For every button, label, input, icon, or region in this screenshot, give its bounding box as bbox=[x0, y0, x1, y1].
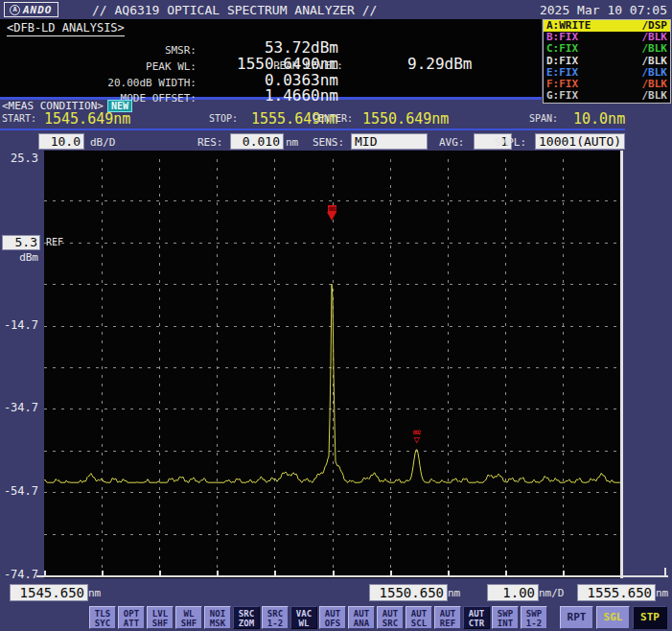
x-axis-tick bbox=[620, 571, 622, 575]
start-label: START: bbox=[2, 113, 36, 124]
trace-status: /BLK bbox=[642, 43, 668, 55]
x-axis-end-tick bbox=[664, 568, 666, 575]
y-axis-label: -14.7 bbox=[0, 318, 38, 332]
softkey-aut-src[interactable]: AUT SRC bbox=[377, 606, 404, 629]
x-axis-tick bbox=[563, 571, 565, 575]
res-label: RES: bbox=[197, 136, 223, 149]
softkey-toolbar: TLS SYCOPT ATTLVL SHFWL SHFNOI MSKSRC ZO… bbox=[89, 606, 547, 629]
analysis-panel: <DFB-LD ANALYSIS> SMSR: 53.72dBm PEAK WL… bbox=[0, 19, 542, 100]
x-start-unit: nm bbox=[88, 587, 101, 599]
x-axis-tick bbox=[44, 571, 46, 575]
ref-level-unit: dBm bbox=[0, 251, 38, 264]
softkey-wl-shf[interactable]: WL SHF bbox=[175, 606, 202, 629]
top-bar: A ANDO // AQ6319 OPTICAL SPECTRUM ANALYZ… bbox=[0, 0, 672, 19]
trace-name: D:FIX bbox=[546, 56, 578, 67]
peak-level-label: PEAK LEVEL: bbox=[273, 59, 343, 72]
softkey-aut-scl[interactable]: AUT SCL bbox=[406, 606, 432, 629]
softkey-aut-ana[interactable]: AUT ANA bbox=[348, 606, 375, 629]
peak-marker-002: 002▽ bbox=[413, 429, 421, 444]
start-value[interactable]: 1545.649nm bbox=[44, 110, 130, 128]
res-unit: nm bbox=[286, 136, 298, 149]
softkey-swp-int[interactable]: SWP INT bbox=[492, 606, 519, 629]
marker-triangle-icon bbox=[327, 212, 336, 221]
sens-field[interactable]: MID bbox=[351, 133, 428, 150]
x-axis-tick bbox=[159, 571, 161, 575]
x-axis-tick bbox=[333, 571, 335, 575]
peak-level-value: 9.29dBm bbox=[407, 55, 472, 73]
x-axis-tick bbox=[390, 571, 392, 575]
softkey-vac-wl[interactable]: VAC WL bbox=[290, 606, 317, 629]
x-axis-tick bbox=[448, 571, 450, 575]
softkey-aut-ref[interactable]: AUT REF bbox=[434, 606, 461, 629]
x-start-field[interactable]: 1545.650 bbox=[10, 584, 88, 601]
x-stop-field[interactable]: 1555.650 bbox=[577, 584, 656, 601]
ando-logo: A ANDO bbox=[4, 2, 58, 17]
meas-condition-bar: <MEAS CONDITION> NEW START: 1545.649nm S… bbox=[0, 100, 625, 130]
avg-label: AVG: bbox=[439, 136, 465, 149]
stop-sweep-button[interactable]: STP bbox=[633, 606, 667, 629]
x-axis-tick bbox=[274, 571, 276, 575]
level-scale-field[interactable]: 10.0 bbox=[38, 133, 84, 150]
softkey-swp-1-2[interactable]: SWP 1-2 bbox=[521, 606, 547, 629]
softkey-src-zom[interactable]: SRC ZOM bbox=[233, 606, 260, 629]
analysis-title: <DFB-LD ANALYSIS> bbox=[7, 21, 125, 36]
settings-row: 10.0 dB/D RES: 0.010 nm SENS: MID AVG: 1… bbox=[0, 132, 672, 152]
level-scale-unit: dB/D bbox=[90, 136, 116, 149]
smpl-label: SMPL: bbox=[495, 136, 526, 149]
trace-status: /BLK bbox=[642, 90, 668, 102]
softkey-tls-syc[interactable]: TLS SYC bbox=[89, 606, 116, 629]
x-center-field[interactable]: 1550.650 bbox=[369, 584, 448, 601]
x-stop-unit: nm bbox=[656, 587, 668, 599]
peak-marker-001: 001 bbox=[327, 205, 336, 221]
sens-label: SENS: bbox=[313, 136, 344, 149]
x-axis-line bbox=[36, 575, 668, 577]
softkey-noi-msk[interactable]: NOI MSK bbox=[204, 606, 231, 629]
trace-name: C:FIX bbox=[546, 43, 578, 55]
datetime: 2025 Mar 10 07:05 bbox=[540, 3, 667, 17]
softkey-src-1-2[interactable]: SRC 1-2 bbox=[262, 606, 289, 629]
y-axis-label: -54.7 bbox=[0, 484, 38, 498]
y-axis-label: 25.3 bbox=[0, 152, 38, 165]
softkey-opt-att[interactable]: OPT ATT bbox=[118, 606, 145, 629]
softkey-aut-ctr[interactable]: AUT CTR bbox=[463, 606, 490, 629]
span-value[interactable]: 10.0nm bbox=[573, 110, 625, 128]
repeat-sweep-button[interactable]: RPT bbox=[560, 606, 593, 629]
x-center-unit: nm bbox=[448, 587, 460, 599]
smpl-field[interactable]: 10001(AUTO) bbox=[535, 133, 625, 150]
y-axis-label: -34.7 bbox=[0, 401, 38, 414]
trace-legend-panel: A:WRITE/DSPB:FIX/BLKC:FIX/BLKD:FIX/BLKE:… bbox=[543, 19, 671, 104]
trace-status: /BLK bbox=[642, 56, 668, 67]
res-field[interactable]: 0.010 bbox=[230, 133, 284, 150]
page-title: // AQ6319 OPTICAL SPECTRUM ANALYZER // bbox=[92, 3, 377, 17]
x-per-div-unit: nm/D bbox=[539, 587, 565, 599]
x-axis-tick bbox=[217, 571, 219, 575]
center-value[interactable]: 1550.649nm bbox=[362, 110, 449, 128]
softkey-aut-ofs[interactable]: AUT OFS bbox=[319, 606, 346, 629]
x-axis-tick bbox=[102, 571, 104, 575]
x-per-div-field[interactable]: 1.00 bbox=[487, 584, 539, 601]
marker-triangle-icon: ▽ bbox=[413, 435, 420, 444]
stop-label: STOP: bbox=[209, 113, 238, 124]
ando-logo-text: ANDO bbox=[23, 4, 53, 16]
x-axis-tick bbox=[505, 571, 507, 575]
center-label: CENTER: bbox=[313, 113, 353, 124]
trace-row-c[interactable]: C:FIX/BLK bbox=[544, 43, 670, 55]
ref-level-field[interactable]: 5.3 bbox=[2, 235, 40, 250]
ando-logo-mark-icon: A bbox=[10, 5, 20, 15]
trace-row-d[interactable]: D:FIX/BLK bbox=[544, 56, 670, 67]
softkey-lvl-shf[interactable]: LVL SHF bbox=[147, 606, 174, 629]
y-axis-label: -74.7 bbox=[0, 568, 38, 581]
span-label: SPAN: bbox=[529, 113, 558, 124]
marker-id-label: 001 bbox=[328, 205, 337, 212]
single-sweep-button[interactable]: SGL bbox=[596, 606, 630, 629]
